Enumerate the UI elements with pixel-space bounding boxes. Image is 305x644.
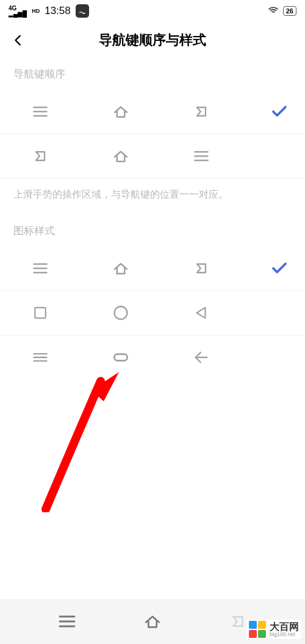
content-area: 导航键顺序 <box>0 59 305 379</box>
menu-icon <box>192 146 211 166</box>
battery-indicator: 26 <box>283 6 296 16</box>
back-nav-icon <box>30 146 50 166</box>
system-home-button[interactable] <box>143 612 162 631</box>
watermark-title: 大百网 <box>270 622 299 632</box>
section-label-style: 图标样式 <box>0 215 305 246</box>
home-icon <box>111 259 131 278</box>
clock: 13:58 <box>45 5 71 17</box>
svg-rect-9 <box>35 307 45 318</box>
order-option-1[interactable] <box>0 90 305 134</box>
square-icon <box>30 303 50 323</box>
home-icon <box>111 146 131 166</box>
system-menu-button[interactable] <box>57 612 77 631</box>
watermark: 大百网 big100.net <box>246 620 301 639</box>
status-bar: 4G ▂▄▆█ HD 13:58 26 <box>0 0 305 22</box>
back-nav-icon <box>192 259 211 278</box>
menu-thin-icon <box>30 348 50 367</box>
system-back-button[interactable] <box>228 612 248 631</box>
order-option-2[interactable] <box>0 134 305 179</box>
back-button[interactable] <box>10 32 27 49</box>
page-header: 导航键顺序与样式 <box>0 22 305 59</box>
menu-icon <box>30 259 50 278</box>
check-icon <box>267 102 292 121</box>
svg-marker-11 <box>196 307 205 318</box>
style-option-3[interactable] <box>0 335 305 379</box>
watermark-url: big100.net <box>270 632 299 637</box>
arrow-left-icon <box>192 348 211 367</box>
menu-icon <box>30 102 50 121</box>
triangle-back-icon <box>192 303 211 323</box>
network-indicator: 4G ▂▄▆█ <box>9 5 27 17</box>
style-option-2[interactable] <box>0 291 305 335</box>
svg-rect-15 <box>114 354 127 361</box>
wifi-icon <box>267 4 279 18</box>
back-nav-icon <box>192 102 211 121</box>
svg-point-10 <box>115 307 127 320</box>
order-hint: 上滑手势的操作区域，与导航键的位置一一对应。 <box>0 179 305 215</box>
status-left: 4G ▂▄▆█ HD 13:58 <box>9 4 89 18</box>
pill-icon <box>111 348 131 367</box>
hd-label: HD <box>32 8 40 14</box>
check-icon <box>267 259 292 277</box>
watermark-logo-icon <box>249 621 266 638</box>
status-right: 26 <box>267 4 296 18</box>
circle-icon <box>111 303 131 323</box>
page-title: 导航键顺序与样式 <box>10 31 295 49</box>
home-icon <box>111 102 131 121</box>
app-indicator-icon <box>76 4 89 18</box>
style-option-1[interactable] <box>0 246 305 291</box>
section-label-order: 导航键顺序 <box>0 59 305 90</box>
annotation-arrow-icon <box>34 372 119 512</box>
